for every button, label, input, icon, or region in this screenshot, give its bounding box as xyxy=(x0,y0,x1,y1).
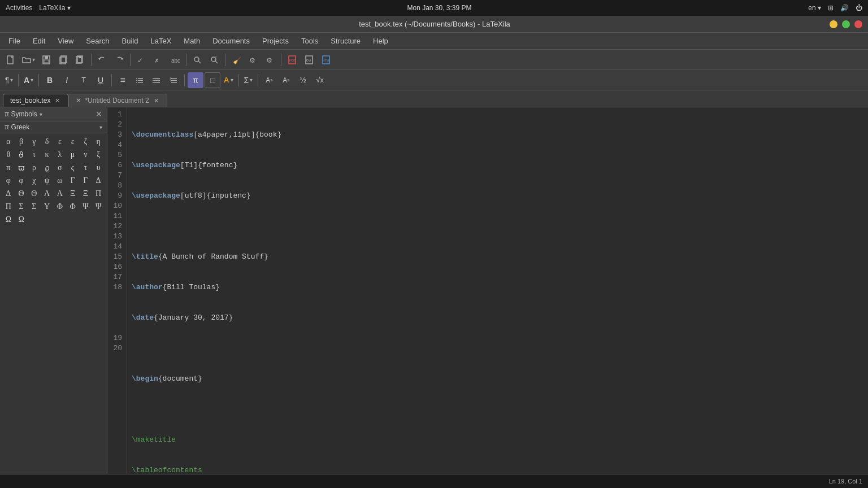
symbol-Xi1[interactable]: Ξ xyxy=(67,188,79,200)
symbol-Pi1[interactable]: Π xyxy=(92,188,105,200)
char-style2-button[interactable]: □ xyxy=(205,72,220,88)
underline-button[interactable]: U xyxy=(93,72,108,88)
spell-check3-button[interactable]: abc xyxy=(167,52,183,68)
list3-button[interactable]: 1.2. xyxy=(166,72,181,88)
new-file-button[interactable] xyxy=(3,52,19,68)
symbol-gamma[interactable]: γ xyxy=(28,136,41,148)
symbol-vartheta[interactable]: ϑ xyxy=(15,149,28,161)
bold-button[interactable]: B xyxy=(42,72,58,88)
spell-check-button[interactable]: ✓ xyxy=(133,52,149,68)
symbol-kappa[interactable]: κ xyxy=(41,149,53,161)
symbol-epsilon1[interactable]: ε xyxy=(54,136,66,148)
find-button[interactable] xyxy=(189,52,205,68)
symbol-Theta2[interactable]: Θ xyxy=(28,188,41,200)
menu-edit[interactable]: Edit xyxy=(27,34,51,47)
menu-search[interactable]: Search xyxy=(80,34,115,47)
symbol-Psi2[interactable]: Ψ xyxy=(92,201,105,213)
symbol-Lambda2[interactable]: Λ xyxy=(54,188,66,200)
symbol-varrho[interactable]: ϱ xyxy=(41,162,53,174)
code-content[interactable]: \documentclass[a4paper,11pt]{book} \usep… xyxy=(127,107,868,474)
symbol-upsilon[interactable]: υ xyxy=(92,162,105,174)
tab-close-1[interactable]: ✕ xyxy=(54,97,61,104)
locale-indicator[interactable]: en ▾ xyxy=(808,4,821,12)
build2-button[interactable]: ⚙ xyxy=(262,52,278,68)
symbol-beta[interactable]: β xyxy=(15,136,28,148)
typewriter-button[interactable]: T xyxy=(76,72,92,88)
symbol-xi[interactable]: ξ xyxy=(92,149,105,161)
symbol-alpha[interactable]: α xyxy=(2,136,15,148)
symbol-omega[interactable]: ω xyxy=(54,175,66,187)
symbol-rho[interactable]: ρ xyxy=(28,162,41,174)
editor-area[interactable]: 1 2 3 4 5 6 7 8 9 10 11 12 13 14 15 16 1… xyxy=(107,107,868,474)
symbol-Psi1[interactable]: Ψ xyxy=(80,201,92,213)
redo-button[interactable] xyxy=(111,52,127,68)
html-export-button[interactable]: HTML xyxy=(318,52,334,68)
symbol-Omega2[interactable]: Ω xyxy=(15,213,28,226)
symbol-Lambda1[interactable]: Λ xyxy=(41,188,53,200)
symbol-zeta[interactable]: ζ xyxy=(80,136,92,148)
symbol-varsigma[interactable]: ς xyxy=(67,162,79,174)
menu-file[interactable]: File xyxy=(3,34,26,47)
font-size-dropdown[interactable]: A ▾ xyxy=(21,75,36,86)
symbol-iota[interactable]: ι xyxy=(28,149,41,161)
symbol-lambda[interactable]: λ xyxy=(54,149,66,161)
menu-build[interactable]: Build xyxy=(116,34,144,47)
menu-structure[interactable]: Structure xyxy=(325,34,366,47)
symbol-Sigma2[interactable]: Σ xyxy=(28,201,41,213)
symbol-eta[interactable]: η xyxy=(92,136,105,148)
symbol-chi[interactable]: χ xyxy=(28,175,41,187)
close-button[interactable] xyxy=(854,20,862,28)
app-indicator[interactable]: LaTeXila ▾ xyxy=(39,4,70,12)
dvi-button[interactable]: DVI xyxy=(301,52,317,68)
symbol-nu[interactable]: ν xyxy=(80,149,92,161)
list1-button[interactable] xyxy=(132,72,147,88)
spell-check2-button[interactable]: ✗ xyxy=(150,52,166,68)
greek-submenu-dropdown[interactable]: π Greek xyxy=(5,123,29,131)
tab-test-book[interactable]: test_book.tex ✕ xyxy=(3,94,68,107)
menu-help[interactable]: Help xyxy=(367,34,394,47)
menu-documents[interactable]: Documents xyxy=(207,34,255,47)
symbol-Delta1[interactable]: Δ xyxy=(92,175,105,187)
structure-dropdown[interactable]: ¶ ▾ xyxy=(3,75,15,85)
save-copy-button[interactable] xyxy=(55,52,71,68)
symbol-Gamma2[interactable]: Γ xyxy=(80,175,92,187)
open-file-dropdown[interactable]: ▾ xyxy=(20,54,37,66)
menu-latex[interactable]: LaTeX xyxy=(145,34,177,47)
superscript-button[interactable]: As xyxy=(261,72,277,88)
symbol-mu[interactable]: μ xyxy=(67,149,79,161)
color-dropdown[interactable]: A ▾ xyxy=(222,75,235,85)
save-button[interactable] xyxy=(38,52,54,68)
symbols-panel-dropdown[interactable]: π Symbols ▾ xyxy=(5,110,42,118)
fraction-button[interactable]: ½ xyxy=(295,72,311,88)
symbol-varpi[interactable]: ϖ xyxy=(15,162,28,174)
menu-view[interactable]: View xyxy=(52,34,79,47)
symbol-Sigma1[interactable]: Σ xyxy=(15,201,28,213)
list2-button[interactable] xyxy=(149,72,164,88)
symbol-sigma[interactable]: σ xyxy=(54,162,66,174)
symbol-phi[interactable]: φ xyxy=(2,175,15,187)
minimize-button[interactable] xyxy=(830,20,837,28)
symbol-delta[interactable]: δ xyxy=(41,136,53,148)
tab-close-2[interactable]: ✕ xyxy=(153,97,160,104)
tab-untitled-2[interactable]: ✕ *Untitled Document 2 ✕ xyxy=(68,94,167,107)
symbol-Xi2[interactable]: Ξ xyxy=(80,188,92,200)
clean-button[interactable]: 🧹 xyxy=(228,52,244,68)
build1-button[interactable]: ⚙ xyxy=(245,52,261,68)
symbol-psi[interactable]: ψ xyxy=(41,175,53,187)
symbol-Delta2[interactable]: Δ xyxy=(2,188,15,200)
align-button[interactable]: ≡ xyxy=(115,72,131,88)
menu-tools[interactable]: Tools xyxy=(296,34,324,47)
menu-math[interactable]: Math xyxy=(178,34,206,47)
symbol-epsilon2[interactable]: ε xyxy=(67,136,79,148)
symbol-Theta1[interactable]: Θ xyxy=(15,188,28,200)
symbol-pi[interactable]: π xyxy=(2,162,15,174)
symbol-Pi2[interactable]: Π xyxy=(2,201,15,213)
pdf-button[interactable]: PDF xyxy=(284,52,300,68)
menu-projects[interactable]: Projects xyxy=(257,34,294,47)
sum-dropdown[interactable]: Σ ▾ xyxy=(242,75,255,86)
symbol-theta[interactable]: θ xyxy=(2,149,15,161)
italic-button[interactable]: I xyxy=(59,72,75,88)
symbol-Upsilon1[interactable]: Υ xyxy=(41,201,53,213)
activities-label[interactable]: Activities xyxy=(6,4,32,12)
symbol-tau[interactable]: τ xyxy=(80,162,92,174)
